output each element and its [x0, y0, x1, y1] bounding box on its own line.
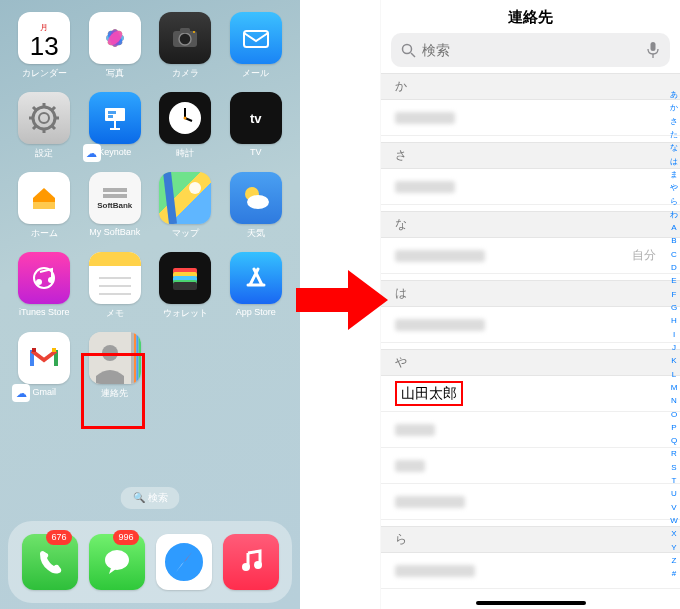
app-weather[interactable]: 天気 [226, 172, 287, 240]
contact-row[interactable] [381, 100, 680, 136]
index-char[interactable]: わ [670, 210, 678, 220]
index-char[interactable]: N [670, 396, 678, 406]
contact-row[interactable] [381, 553, 680, 589]
app-label: TV [250, 147, 262, 157]
index-char[interactable]: O [670, 410, 678, 420]
index-char[interactable]: # [670, 569, 678, 579]
index-char[interactable]: L [670, 370, 678, 380]
app-settings[interactable]: 設定 [14, 92, 75, 160]
index-char[interactable]: た [670, 130, 678, 140]
svg-point-13 [33, 107, 55, 129]
index-char[interactable]: S [670, 463, 678, 473]
app-softbank[interactable]: SoftBank My SoftBank [85, 172, 146, 240]
mail-icon [230, 12, 282, 64]
index-char[interactable]: T [670, 476, 678, 486]
index-char[interactable]: Y [670, 543, 678, 553]
index-char[interactable]: I [670, 330, 678, 340]
index-char[interactable]: ら [670, 197, 678, 207]
notes-icon [89, 252, 141, 304]
maps-icon [159, 172, 211, 224]
search-input[interactable] [422, 42, 646, 58]
index-char[interactable]: Q [670, 436, 678, 446]
contact-row[interactable]: 自分 [381, 238, 680, 274]
index-char[interactable]: P [670, 423, 678, 433]
svg-line-19 [33, 107, 36, 110]
index-char[interactable]: あ [670, 90, 678, 100]
contact-row[interactable] [381, 448, 680, 484]
dock-phone[interactable]: 676 [22, 534, 78, 590]
svg-rect-55 [138, 332, 140, 384]
app-camera[interactable]: カメラ [155, 12, 216, 80]
index-char[interactable]: V [670, 503, 678, 513]
app-tv[interactable]: tv TV [226, 92, 287, 160]
app-photos[interactable]: 写真 [85, 12, 146, 80]
index-char[interactable]: B [670, 236, 678, 246]
app-itunes[interactable]: iTunes Store [14, 252, 75, 320]
mic-icon[interactable] [646, 41, 660, 59]
search-icon [401, 43, 416, 58]
index-char[interactable]: さ [670, 117, 678, 127]
index-char[interactable]: C [670, 250, 678, 260]
contact-row[interactable] [381, 412, 680, 448]
app-maps[interactable]: マップ [155, 172, 216, 240]
app-calendar[interactable]: 月 13 カレンダー [14, 12, 75, 80]
phone-badge: 676 [46, 530, 71, 545]
app-keynote[interactable]: ☁︎ Keynote [85, 92, 146, 160]
svg-point-64 [403, 44, 412, 53]
contacts-title: 連絡先 [381, 0, 680, 33]
index-char[interactable]: Z [670, 556, 678, 566]
svg-rect-54 [136, 332, 138, 384]
tv-text: tv [250, 111, 262, 126]
svg-rect-23 [105, 108, 125, 121]
app-home[interactable]: ホーム [14, 172, 75, 240]
app-clock[interactable]: 時計 [155, 92, 216, 160]
music-icon [223, 534, 279, 590]
index-char[interactable]: H [670, 316, 678, 326]
softbank-text: SoftBank [97, 201, 132, 210]
app-contacts[interactable]: 連絡先 [85, 332, 146, 400]
app-notes[interactable]: メモ [85, 252, 146, 320]
index-char[interactable]: は [670, 157, 678, 167]
contacts-search-bar[interactable] [391, 33, 670, 67]
arrow-right-icon [292, 260, 392, 344]
dock-safari[interactable] [156, 534, 212, 590]
app-wallet[interactable]: ウォレット [155, 252, 216, 320]
index-char[interactable]: M [670, 383, 678, 393]
app-gmail[interactable]: ☁︎ Gmail [14, 332, 75, 400]
index-char[interactable]: U [670, 489, 678, 499]
index-char[interactable]: な [670, 143, 678, 153]
index-char[interactable]: R [670, 449, 678, 459]
index-char[interactable]: か [670, 103, 678, 113]
index-char[interactable]: A [670, 223, 678, 233]
contact-row[interactable] [381, 484, 680, 520]
index-char[interactable]: J [670, 343, 678, 353]
index-char[interactable]: E [670, 276, 678, 286]
index-char[interactable]: X [670, 529, 678, 539]
gear-icon [18, 92, 70, 144]
index-char[interactable]: F [670, 290, 678, 300]
index-char[interactable]: D [670, 263, 678, 273]
section-ra: ら [381, 526, 680, 553]
dock-messages[interactable]: 996 [89, 534, 145, 590]
contact-row-yamada[interactable]: 山田太郎 [381, 376, 680, 412]
spotlight-search-pill[interactable]: 🔍検索 [121, 487, 180, 509]
app-label: ウォレット [163, 307, 208, 320]
contact-row[interactable] [381, 169, 680, 205]
app-label: 設定 [35, 147, 53, 160]
svg-point-14 [39, 113, 49, 123]
index-char[interactable]: K [670, 356, 678, 366]
dock-music[interactable] [223, 534, 279, 590]
app-grid: 月 13 カレンダー 写真 カメラ メール [8, 8, 292, 400]
svg-rect-33 [103, 188, 127, 192]
contact-row[interactable] [381, 307, 680, 343]
app-mail[interactable]: メール [226, 12, 287, 80]
calendar-icon: 月 13 [18, 12, 70, 64]
app-label: 天気 [247, 227, 265, 240]
index-char[interactable]: W [670, 516, 678, 526]
alphabet-index[interactable]: あかさたなはまやらわABCDEFGHIJKLMNOPQRSTUVWXYZ# [670, 90, 678, 579]
itunes-icon [18, 252, 70, 304]
index-char[interactable]: ま [670, 170, 678, 180]
index-char[interactable]: G [670, 303, 678, 313]
index-char[interactable]: や [670, 183, 678, 193]
app-appstore[interactable]: App Store [226, 252, 287, 320]
